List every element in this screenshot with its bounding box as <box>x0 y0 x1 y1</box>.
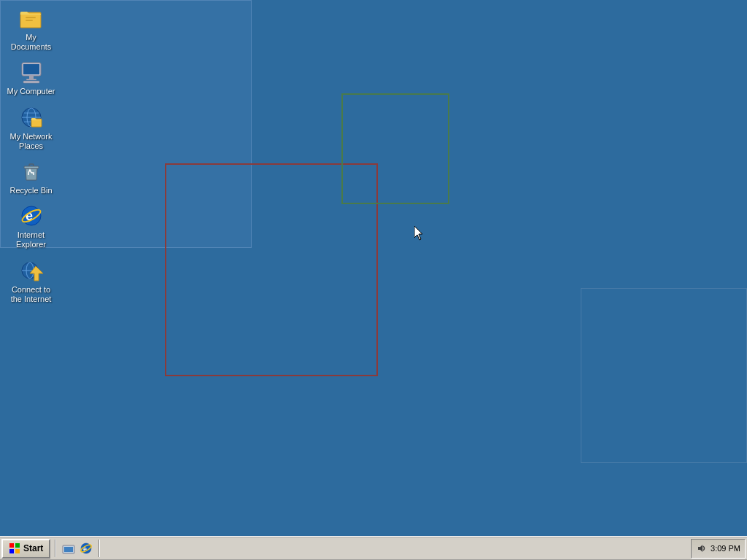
drag-selection-rect-subtle <box>581 288 747 463</box>
recycle-bin-icon-image <box>20 160 43 183</box>
connect-to-internet-label: Connect to the Internet <box>7 285 55 304</box>
system-tray: 3:09 PM <box>691 539 746 559</box>
internet-explorer-icon[interactable]: e Internet Explorer <box>4 201 58 252</box>
svg-rect-6 <box>26 79 36 80</box>
my-network-places-icon[interactable]: My Network Places <box>4 103 58 154</box>
my-documents-icon[interactable]: My Documents <box>4 4 58 55</box>
my-computer-icon[interactable]: My Computer <box>4 58 58 99</box>
clock-display: 3:09 PM <box>711 544 740 553</box>
svg-rect-27 <box>64 547 73 552</box>
windows-logo-icon <box>9 542 20 554</box>
my-computer-label: My Computer <box>7 87 55 96</box>
connect-to-internet-icon-image <box>20 259 43 282</box>
ie-quicklaunch-icon[interactable]: e <box>78 540 94 556</box>
svg-rect-23 <box>15 543 20 548</box>
volume-icon[interactable] <box>696 542 708 554</box>
my-network-places-icon-image <box>20 106 43 129</box>
quick-launch-area: e <box>58 540 97 556</box>
internet-explorer-icon-image: e <box>20 204 43 228</box>
connect-to-internet-icon[interactable]: Connect to the Internet <box>4 256 58 307</box>
my-documents-icon-image <box>20 7 43 30</box>
svg-rect-25 <box>15 549 20 553</box>
show-desktop-quicklaunch-icon[interactable] <box>61 540 77 556</box>
svg-rect-22 <box>9 543 14 548</box>
mouse-cursor <box>414 226 423 241</box>
my-documents-label: My Documents <box>7 33 55 52</box>
my-computer-icon-image <box>20 61 43 84</box>
my-network-places-label: My Network Places <box>7 132 55 151</box>
svg-rect-24 <box>9 549 14 553</box>
internet-explorer-label: Internet Explorer <box>7 230 55 249</box>
start-label: Start <box>23 543 43 553</box>
taskbar-divider-2 <box>98 540 100 557</box>
svg-rect-4 <box>23 64 39 74</box>
start-button[interactable]: Start <box>1 539 50 559</box>
svg-rect-2 <box>26 20 33 21</box>
recycle-bin-icon[interactable]: Recycle Bin <box>4 157 58 198</box>
svg-rect-7 <box>23 81 39 83</box>
desktop-icon-area: My Documents My Computer <box>0 0 62 314</box>
drag-selection-rect-red <box>165 163 378 376</box>
taskbar-divider-1 <box>55 540 56 557</box>
svg-rect-1 <box>26 17 36 18</box>
drag-selection-rect-green <box>341 93 449 204</box>
svg-rect-14 <box>24 166 39 168</box>
desktop: My Documents My Computer <box>0 0 747 536</box>
svg-marker-31 <box>698 545 703 552</box>
svg-rect-5 <box>29 76 34 79</box>
taskbar: Start e 3:09 PM <box>0 536 747 560</box>
recycle-bin-label: Recycle Bin <box>9 186 52 195</box>
